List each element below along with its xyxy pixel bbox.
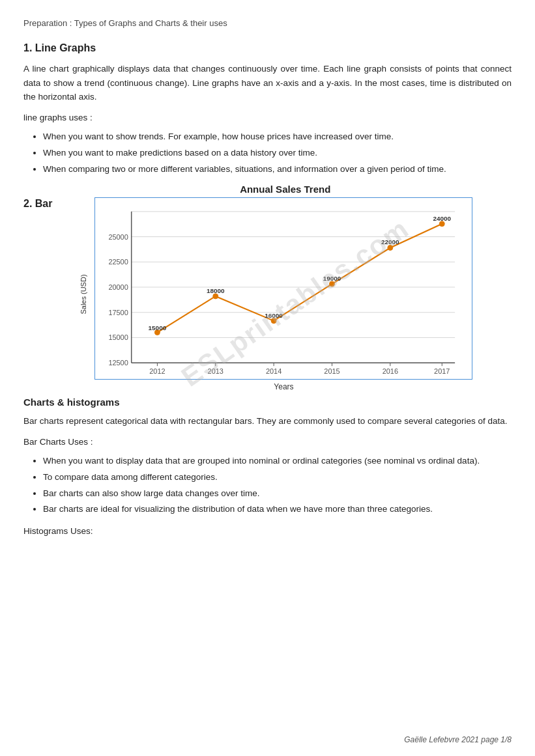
svg-point-30 xyxy=(330,281,335,287)
x-axis-label: Years xyxy=(94,382,472,391)
list-item: When you want to display data that are g… xyxy=(43,454,512,468)
section1-title: 1. Line Graphs xyxy=(23,42,512,54)
svg-text:25000: 25000 xyxy=(109,233,128,241)
svg-text:16000: 16000 xyxy=(265,312,283,319)
chart-area: 12500 15000 17500 20000 22500 25000 2012… xyxy=(94,197,472,380)
svg-point-29 xyxy=(272,318,277,324)
svg-text:15000: 15000 xyxy=(149,324,167,331)
section2-label: 2. Bar xyxy=(23,184,52,210)
svg-text:12500: 12500 xyxy=(109,359,128,367)
list-item: Bar charts are ideal for visualizing the… xyxy=(43,502,512,516)
y-axis-label: Sales (USD) xyxy=(80,275,87,315)
list-item: When you want to make predictions based … xyxy=(43,146,512,160)
svg-text:2012: 2012 xyxy=(150,367,166,375)
svg-text:2015: 2015 xyxy=(325,367,340,375)
svg-text:15000: 15000 xyxy=(109,334,128,342)
footer: Gaëlle Lefebvre 2021 page 1/8 xyxy=(404,735,512,744)
subsection-title: Charts & histograms xyxy=(23,397,512,408)
header-text: Preparation : Types of Graphs and Charts… xyxy=(23,18,227,28)
bar-charts-description: Bar charts represent categorical data wi… xyxy=(23,414,512,428)
histogram-uses-label: Histograms Uses: xyxy=(23,524,512,539)
svg-text:2016: 2016 xyxy=(383,367,398,375)
svg-point-28 xyxy=(213,294,218,299)
svg-text:17500: 17500 xyxy=(109,309,128,316)
svg-text:20000: 20000 xyxy=(109,283,128,291)
list-item: Bar charts can also show large data chan… xyxy=(43,486,512,501)
svg-text:2014: 2014 xyxy=(266,367,282,375)
svg-text:22000: 22000 xyxy=(382,239,400,246)
svg-text:2017: 2017 xyxy=(435,367,450,375)
bar-charts-uses-label: Bar Charts Uses : xyxy=(23,435,512,449)
section1-uses-list: When you want to show trends. For exampl… xyxy=(43,130,512,176)
chart-wrapper: Sales (USD) xyxy=(94,197,472,391)
svg-text:22500: 22500 xyxy=(109,258,128,266)
list-item: To compare data among different categori… xyxy=(43,470,512,484)
section1-uses-label: line graphs uses : xyxy=(23,111,512,125)
list-item: When comparing two or more different var… xyxy=(43,162,512,176)
svg-text:2013: 2013 xyxy=(208,367,224,375)
line-chart-svg: 12500 15000 17500 20000 22500 25000 2012… xyxy=(95,198,472,379)
svg-text:18000: 18000 xyxy=(207,287,225,294)
svg-point-32 xyxy=(440,221,445,227)
bar-charts-uses-list: When you want to display data that are g… xyxy=(43,454,512,516)
page-header: Preparation : Types of Graphs and Charts… xyxy=(23,18,512,28)
section1-description: A line chart graphically displays data t… xyxy=(23,62,512,104)
svg-point-31 xyxy=(388,245,393,251)
svg-text:24000: 24000 xyxy=(433,215,452,222)
chart-container: Annual Sales Trend Sales (USD) xyxy=(59,184,512,391)
svg-text:19000: 19000 xyxy=(323,275,341,282)
chart-title: Annual Sales Trend xyxy=(59,184,512,195)
list-item: When you want to show trends. For exampl… xyxy=(43,130,512,144)
